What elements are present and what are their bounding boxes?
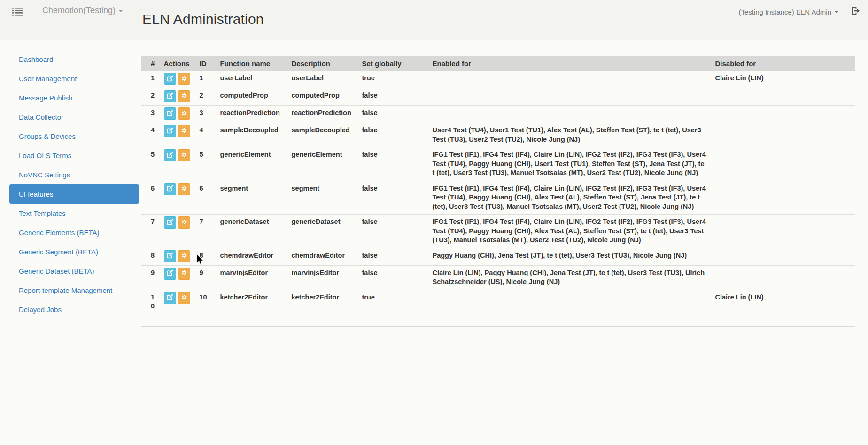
menu-toggle-button[interactable] (12, 7, 23, 16)
table-row: 2 (141, 88, 855, 106)
description: computedProp (288, 88, 358, 106)
sidebar-item-report-template-management[interactable]: Report-template Management (9, 281, 139, 300)
settings-button[interactable] (178, 250, 190, 262)
table-row: 3 (141, 106, 855, 123)
function-name: sampleDecoupled (217, 123, 288, 147)
set-globally: false (358, 147, 429, 181)
description: chemdrawEditor (288, 248, 358, 265)
feature-id: 6 (196, 181, 217, 215)
table-row: 7 (141, 215, 855, 248)
edit-button[interactable] (164, 90, 176, 102)
edit-button[interactable] (164, 73, 176, 85)
edit-icon (167, 269, 173, 277)
description: userLabel (288, 71, 358, 88)
user-menu-dropdown[interactable]: (Testing Instance) ELN Admin (738, 8, 838, 16)
ui-features-table: #ActionsIDFunction nameDescriptionSet gl… (141, 56, 855, 327)
sidebar-item-groups-devices[interactable]: Groups & Devices (9, 127, 139, 146)
edit-button[interactable] (164, 250, 176, 262)
enabled-for: IFG1 Test (IF1), IFG4 Test (IF4), Claire… (429, 181, 712, 215)
sidebar-item-novnc-settings[interactable]: NoVNC Settings (9, 165, 139, 184)
disabled-for: Claire Lin (LIN) (712, 290, 855, 326)
disabled-for (712, 88, 855, 106)
function-name: genericElement (217, 147, 288, 181)
edit-button[interactable] (164, 149, 176, 161)
settings-button[interactable] (178, 107, 190, 120)
edit-button[interactable] (164, 107, 176, 120)
top-navbar: Chemotion(Testing) ELN Administration (T… (0, 0, 868, 40)
set-globally: false (358, 88, 429, 106)
description: genericElement (288, 147, 358, 181)
logout-button[interactable] (851, 6, 860, 17)
description: marvinjsEditor (288, 265, 358, 290)
edit-button[interactable] (164, 268, 176, 280)
disabled-for (712, 106, 855, 123)
gear-icon (181, 269, 187, 277)
list-icon (12, 10, 23, 18)
row-number: 7 (141, 215, 160, 248)
function-name: chemdrawEditor (217, 248, 288, 265)
gear-icon (181, 185, 187, 193)
edit-button[interactable] (164, 125, 176, 137)
row-number: 4 (141, 123, 160, 147)
settings-button[interactable] (178, 268, 190, 280)
set-globally: true (358, 290, 429, 326)
settings-button[interactable] (178, 125, 190, 137)
sidebar-item-generic-segment-beta[interactable]: Generic Segment (BETA) (9, 242, 139, 261)
edit-icon (167, 252, 173, 260)
admin-sidebar: Dashboard User Management Message Publis… (9, 42, 139, 319)
brand-label: Chemotion(Testing) (42, 6, 116, 15)
column-header-description: Description (288, 56, 358, 71)
set-globally: false (358, 248, 429, 265)
sidebar-item-data-collector[interactable]: Data Collector (9, 107, 139, 127)
sidebar-item-generic-elements-beta[interactable]: Generic Elements (BETA) (9, 223, 139, 242)
sidebar-item-dashboard[interactable]: Dashboard (9, 50, 139, 69)
enabled-for: IFG1 Test (IF1), IFG4 Test (IF4), Claire… (429, 147, 712, 181)
sidebar-item-text-templates[interactable]: Text Templates (9, 204, 139, 223)
feature-id: 4 (196, 123, 217, 147)
feature-id: 3 (196, 106, 217, 123)
description: sampleDecoupled (288, 123, 358, 147)
edit-icon (167, 75, 173, 83)
feature-id: 8 (196, 248, 217, 265)
description: segment (288, 181, 358, 215)
feature-id: 7 (196, 215, 217, 248)
row-number: 1 (141, 71, 160, 88)
set-globally: true (358, 71, 429, 88)
function-name: reactionPrediction (217, 106, 288, 123)
gear-icon (181, 127, 187, 135)
table-row: 9 (141, 265, 855, 290)
gear-icon (181, 152, 187, 160)
disabled-for (712, 248, 855, 265)
brand-dropdown[interactable]: Chemotion(Testing) (42, 6, 123, 15)
user-menu-label: (Testing Instance) ELN Admin (738, 8, 831, 16)
sidebar-item-user-management[interactable]: User Management (9, 69, 139, 88)
settings-button[interactable] (178, 292, 190, 304)
feature-id: 1 (196, 71, 217, 88)
row-number: 8 (141, 248, 160, 265)
caret-down-icon (835, 11, 838, 13)
settings-button[interactable] (178, 149, 190, 161)
gear-icon (181, 75, 187, 83)
table-row: 1 (141, 71, 855, 88)
settings-button[interactable] (178, 73, 190, 85)
enabled-for: Paggy Huang (CHI), Jena Test (JT), te t … (429, 248, 712, 265)
sidebar-item-load-ols-terms[interactable]: Load OLS Terms (9, 146, 139, 165)
settings-button[interactable] (178, 216, 190, 229)
table-row: 4 (141, 123, 855, 147)
description: genericDataset (288, 215, 358, 248)
enabled-for: User4 Test (TU4), User1 Test (TU1), Alex… (429, 123, 712, 147)
edit-button[interactable] (164, 183, 176, 195)
enabled-for (429, 106, 712, 123)
edit-button[interactable] (164, 216, 176, 229)
settings-button[interactable] (178, 183, 190, 195)
disabled-for (712, 123, 855, 147)
sidebar-item-message-publish[interactable]: Message Publish (9, 88, 139, 107)
sidebar-item-generic-dataset-beta[interactable]: Generic Dataset (BETA) (9, 261, 139, 281)
edit-icon (167, 294, 173, 302)
enabled-for (429, 71, 712, 88)
sidebar-item-ui-features[interactable]: UI features (9, 184, 139, 204)
edit-button[interactable] (164, 292, 176, 304)
settings-button[interactable] (178, 90, 190, 102)
set-globally: false (358, 181, 429, 215)
sidebar-item-delayed-jobs[interactable]: Delayed Jobs (9, 300, 139, 319)
